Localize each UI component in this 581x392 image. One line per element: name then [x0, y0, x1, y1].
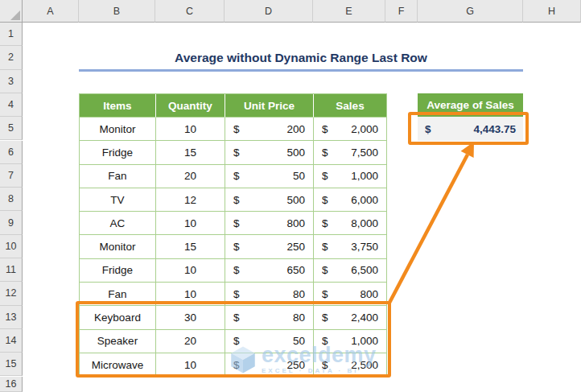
table-header-unit-price[interactable]: Unit Price	[225, 94, 314, 118]
row-header-4[interactable]: 4	[0, 93, 23, 117]
currency-symbol: $	[233, 194, 240, 206]
cell-quantity[interactable]: 12	[156, 188, 225, 212]
sales-value: 800	[360, 288, 378, 300]
currency-symbol: $	[322, 288, 328, 300]
column-header-H[interactable]: H	[523, 0, 581, 23]
last-rows-highlight-box	[76, 301, 391, 378]
cell-sales[interactable]: $7,500	[314, 141, 386, 164]
column-header-C[interactable]: C	[155, 0, 225, 23]
cell-unit-price[interactable]: $500	[225, 188, 314, 212]
unit-price-value: 200	[286, 123, 305, 135]
cell-item[interactable]: Monitor	[80, 118, 156, 141]
currency-symbol: $	[233, 170, 240, 182]
currency-symbol: $	[322, 146, 328, 159]
cell-unit-price[interactable]: $650	[225, 259, 314, 283]
row-header-15[interactable]: 15	[0, 353, 23, 376]
cell-unit-price[interactable]: $50	[225, 165, 314, 188]
sales-value: 8,000	[351, 217, 378, 229]
sales-value: 7,500	[351, 146, 378, 159]
row-header-13[interactable]: 13	[0, 306, 23, 329]
select-all-button[interactable]	[0, 0, 23, 23]
table-row: Fridge10$650$6,500	[80, 259, 386, 283]
row-header-12[interactable]: 12	[0, 282, 23, 305]
row-header-9[interactable]: 9	[0, 211, 23, 234]
sales-value: 2,000	[351, 123, 378, 135]
table-row: TV12$500$6,000	[80, 188, 386, 212]
sales-value: 3,750	[351, 241, 378, 253]
sales-value: 6,000	[351, 194, 378, 206]
table-row: Monitor15$250$3,750	[80, 235, 386, 258]
currency-symbol: $	[322, 170, 328, 182]
column-header-B[interactable]: B	[79, 0, 155, 23]
currency-symbol: $	[233, 123, 240, 135]
currency-symbol: $	[322, 217, 328, 229]
unit-price-value: 500	[286, 194, 305, 206]
row-header-11[interactable]: 11	[0, 258, 23, 282]
currency-symbol: $	[322, 123, 328, 135]
cell-unit-price[interactable]: $250	[225, 235, 314, 258]
currency-symbol: $	[233, 241, 240, 253]
row-header-14[interactable]: 14	[0, 329, 23, 353]
cell-quantity[interactable]: 15	[156, 235, 225, 258]
cell-sales[interactable]: $2,000	[314, 118, 386, 141]
row-header-1[interactable]: 1	[0, 23, 23, 46]
cell-unit-price[interactable]: $200	[225, 118, 314, 141]
table-header-quantity[interactable]: Quantity	[156, 94, 225, 118]
table-row: Fridge15$500$7,500	[80, 141, 386, 164]
cell-quantity[interactable]: 10	[156, 212, 225, 235]
sales-value: 6,500	[351, 264, 378, 276]
cell-item[interactable]: Fridge	[80, 141, 156, 164]
unit-price-value: 80	[293, 288, 305, 300]
row-header-3[interactable]: 3	[0, 70, 23, 93]
table-row: AC10$800$8,000	[80, 212, 386, 235]
sales-value: 1,000	[351, 170, 378, 182]
cell-sales[interactable]: $8,000	[314, 212, 386, 235]
table-row: Fan20$50$1,000	[80, 165, 386, 188]
cell-sales[interactable]: $6,500	[314, 259, 386, 283]
table-header-row: ItemsQuantityUnit PriceSales	[80, 94, 386, 118]
column-header-G[interactable]: G	[418, 0, 523, 23]
cell-unit-price[interactable]: $500	[225, 141, 314, 164]
row-header-5[interactable]: 5	[0, 117, 23, 140]
currency-symbol: $	[233, 288, 240, 300]
cell-quantity[interactable]: 20	[156, 165, 225, 188]
table-header-sales[interactable]: Sales	[314, 94, 386, 118]
column-header-A[interactable]: A	[23, 0, 79, 23]
row-header-10[interactable]: 10	[0, 235, 23, 258]
cell-quantity[interactable]: 10	[156, 259, 225, 283]
cell-item[interactable]: Monitor	[80, 235, 156, 258]
cell-quantity[interactable]: 10	[156, 118, 225, 141]
row-header-16[interactable]: 16	[0, 377, 23, 392]
row-header-7[interactable]: 7	[0, 164, 23, 188]
cell-item[interactable]: Fridge	[80, 259, 156, 283]
cell-item[interactable]: TV	[80, 188, 156, 212]
select-all-triangle-icon	[10, 10, 20, 20]
unit-price-value: 50	[293, 170, 305, 182]
column-header-E[interactable]: E	[313, 0, 385, 23]
cell-item[interactable]: Fan	[80, 165, 156, 188]
currency-symbol: $	[233, 217, 240, 229]
cell-sales[interactable]: $3,750	[314, 235, 386, 258]
table-row: Monitor10$200$2,000	[80, 118, 386, 141]
unit-price-value: 250	[286, 241, 305, 253]
column-header-F[interactable]: F	[385, 0, 418, 23]
row-header-8[interactable]: 8	[0, 188, 23, 211]
cell-quantity[interactable]: 15	[156, 141, 225, 164]
excel-spreadsheet: ABCDEFGH 12345678910111213141516 Average…	[0, 0, 581, 392]
cell-sales[interactable]: $1,000	[314, 165, 386, 188]
currency-symbol: $	[233, 146, 240, 159]
cell-unit-price[interactable]: $800	[225, 212, 314, 235]
row-header-2[interactable]: 2	[0, 46, 23, 69]
currency-symbol: $	[322, 241, 328, 253]
average-highlight-box	[408, 112, 529, 145]
column-header-D[interactable]: D	[225, 0, 313, 23]
currency-symbol: $	[322, 264, 328, 276]
unit-price-value: 800	[286, 217, 305, 229]
cell-item[interactable]: AC	[80, 212, 156, 235]
table-header-items[interactable]: Items	[80, 94, 156, 118]
unit-price-value: 650	[286, 264, 305, 276]
cell-sales[interactable]: $6,000	[314, 188, 386, 212]
worksheet-title: Average without Dynamic Range Last Row	[79, 46, 523, 69]
row-header-6[interactable]: 6	[0, 141, 23, 164]
title-underline	[79, 69, 523, 72]
